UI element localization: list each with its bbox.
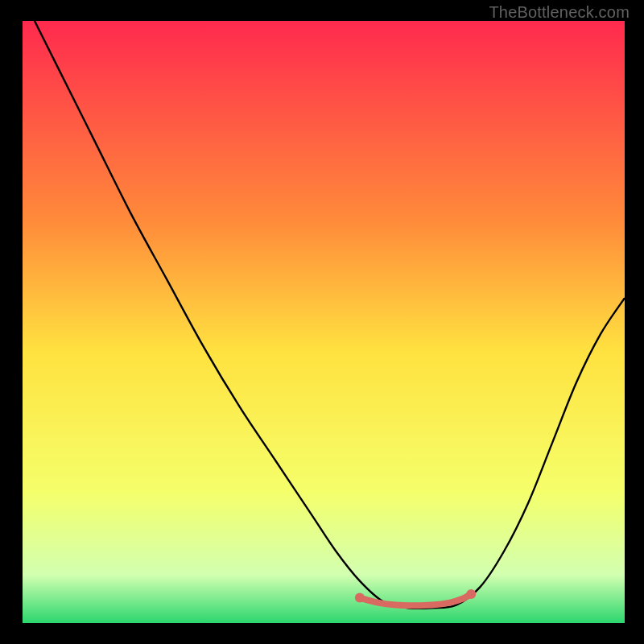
chart-wrapper: TheBottleneck.com: [0, 0, 644, 644]
bottleneck-chart: [23, 21, 625, 623]
attribution-text: TheBottleneck.com: [489, 3, 630, 22]
marker-dot: [355, 593, 365, 603]
marker-dot: [466, 589, 476, 599]
chart-area: [23, 21, 625, 623]
